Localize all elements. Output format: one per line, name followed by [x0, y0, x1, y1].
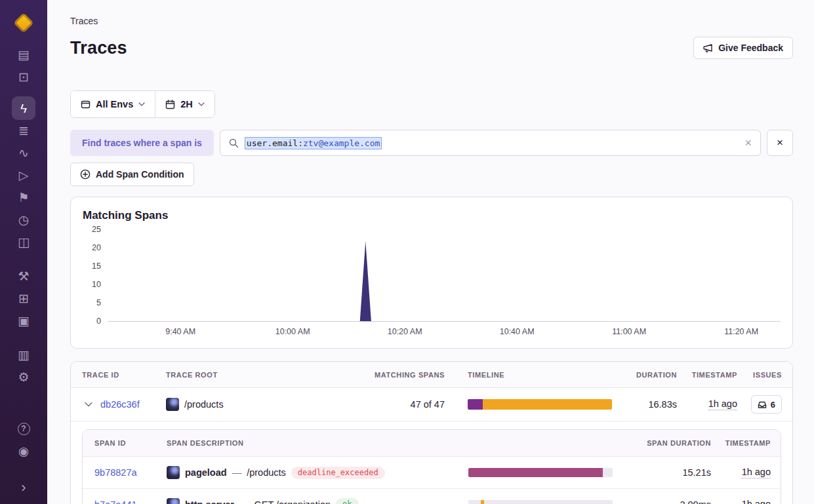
chart-y-axis: 0510152025 [83, 230, 101, 322]
matching-spans-value: 47 of 47 [369, 399, 445, 410]
help-icon: ? [18, 423, 30, 435]
matching-spans-panel: Matching Spans 0510152025 9:40 AM10:00 A… [70, 197, 793, 349]
search-token: user.email:ztv@example.com [245, 138, 382, 149]
megaphone-icon [703, 43, 713, 53]
sidebar-collapse-button[interactable]: › [0, 476, 47, 499]
page-title: Traces [70, 38, 127, 58]
sidebar-item-explore[interactable]: ⊡ [0, 66, 47, 88]
trace-timeline-bar [468, 399, 612, 410]
logo-diamond-icon [13, 12, 33, 33]
sidebar-item-issues[interactable]: ▤ [0, 43, 47, 66]
span-status-badge: deadline_exceeded [291, 467, 385, 479]
alerts-icon: ⚒ [18, 270, 29, 282]
span-id-link[interactable]: b7a7e441 [94, 499, 137, 504]
trace-duration: 16.83s [613, 399, 677, 410]
trace-row: db26c36f /products 47 of 47 16.83s 1h ag… [71, 388, 792, 421]
window-icon [81, 100, 91, 109]
chart-series-path [108, 241, 781, 321]
span-row: 9b78827a pageload — /products deadline_e… [83, 457, 781, 488]
span-duration-bar [468, 500, 613, 504]
sidebar-item-dashboards[interactable]: ⊞ [0, 287, 47, 309]
clear-search-icon[interactable]: × [744, 137, 752, 149]
span-op: pageload [185, 467, 227, 478]
span-id-link[interactable]: 9b78827a [94, 467, 137, 478]
span-duration: 2.00ms [629, 499, 711, 504]
project-icon [167, 466, 180, 479]
sidebar-item-traces[interactable]: ϟ [0, 97, 47, 119]
sidebar-item-settings[interactable]: ⚙ [0, 366, 47, 388]
issues-icon: ▤ [18, 48, 30, 61]
sidebar-item-stats[interactable]: ▥ [0, 343, 47, 366]
app-logo[interactable] [12, 12, 35, 34]
environment-filter-button[interactable]: All Envs [71, 91, 155, 117]
sidebar-item-help[interactable]: ? [0, 417, 47, 440]
breadcrumb[interactable]: Traces [70, 16, 793, 26]
trace-id-link[interactable]: db26c36f [100, 399, 140, 410]
col-timestamp: Timestamp [677, 371, 737, 379]
token-value: ztv@example.com [303, 138, 380, 148]
col-span-description: Span Description [167, 439, 468, 447]
time-range-label: 2H [180, 99, 193, 109]
span-op: http.server [185, 499, 234, 504]
span-table-header: Span ID Span Description Span Duration T… [83, 430, 781, 457]
search-icon [229, 138, 239, 148]
span-condition-label: Find traces where a span is [70, 130, 214, 156]
releases-icon: ◷ [18, 214, 30, 226]
issues-count: 6 [771, 400, 775, 410]
replays-icon: ▷ [19, 169, 29, 182]
col-span-id: Span ID [83, 439, 167, 447]
span-description: GET /organization [254, 499, 331, 504]
expand-trace-button[interactable] [82, 398, 95, 411]
chart-svg [108, 230, 781, 321]
settings-icon: ⚙ [18, 371, 29, 383]
add-span-condition-button[interactable]: Add Span Condition [70, 163, 194, 186]
sidebar-item-whats-new[interactable]: ◉ [0, 440, 47, 462]
chevron-down-icon [138, 102, 145, 106]
col-span-timestamp: Timestamp [711, 439, 781, 447]
trace-root: /products [184, 399, 224, 410]
explore-icon: ⊡ [18, 71, 29, 83]
queries-icon: ≣ [18, 125, 29, 137]
give-feedback-label: Give Feedback [718, 43, 783, 53]
sidebar-item-feedback[interactable]: ⚑ [0, 186, 47, 208]
crons-icon: ◫ [18, 236, 30, 248]
chevron-right-icon: › [21, 480, 26, 495]
sidebar-item-insights[interactable]: ∿ [0, 142, 47, 164]
sidebar-item-crons[interactable]: ◫ [0, 231, 47, 253]
chart-x-axis: 9:40 AM10:00 AM10:20 AM10:40 AM11:00 AM1… [108, 322, 781, 339]
trace-issues-button[interactable]: 6 [751, 395, 782, 414]
stats-icon: ▥ [18, 349, 30, 361]
col-issues: Issues [737, 371, 792, 379]
trace-timestamp: 1h ago [708, 398, 737, 410]
span-row: b7a7e441 http.server — GET /organization… [83, 488, 781, 504]
insights-icon: ∿ [18, 147, 29, 159]
separator-dash: — [239, 499, 249, 504]
trace-table: Trace ID Trace Root Matching Spans Timel… [70, 361, 793, 504]
span-description: /products [247, 467, 286, 478]
give-feedback-button[interactable]: Give Feedback [693, 37, 793, 59]
chevron-down-icon [198, 102, 205, 106]
sidebar-item-queries[interactable]: ≣ [0, 119, 47, 142]
close-search-button[interactable]: × [767, 130, 793, 156]
sidebar-item-replays[interactable]: ▷ [0, 164, 47, 186]
sidebar-item-projects[interactable]: ▣ [0, 309, 47, 332]
traces-icon: ϟ [20, 102, 27, 115]
span-timestamp: 1h ago [742, 467, 771, 478]
matching-spans-chart: 0510152025 9:40 AM10:00 AM10:20 AM10:40 … [83, 230, 781, 339]
span-table: Span ID Span Description Span Duration T… [82, 429, 781, 504]
calendar-icon [165, 100, 175, 109]
search-input[interactable]: user.email:ztv@example.com × [220, 130, 761, 156]
inbox-icon [758, 400, 767, 409]
main-content: Traces Traces Give Feedback All Envs 2H … [47, 0, 814, 504]
span-timestamp: 1h ago [742, 499, 771, 504]
project-icon [166, 398, 179, 411]
plus-circle-icon [80, 169, 91, 180]
close-icon: × [777, 136, 783, 149]
sidebar-item-releases[interactable]: ◷ [0, 208, 47, 231]
token-key: user.email: [247, 138, 303, 148]
span-duration-bar [468, 468, 613, 477]
col-trace-root: Trace Root [166, 371, 369, 379]
time-range-filter-button[interactable]: 2H [155, 91, 214, 117]
chevron-down-icon [85, 402, 92, 407]
sidebar-item-alerts[interactable]: ⚒ [0, 265, 47, 287]
